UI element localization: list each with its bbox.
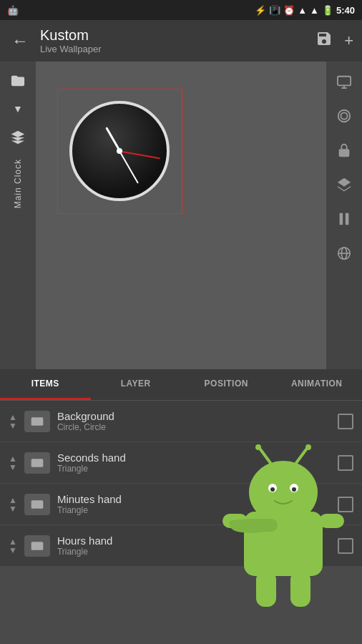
list-item[interactable]: ▲ ▼ Hours hand Triangle [0,525,362,567]
reorder-control[interactable]: ▲ ▼ [9,537,17,555]
list-item[interactable]: ▲ ▼ Seconds hand Triangle [0,442,362,484]
app-title-group: Kustom Live Wallpaper [40,27,307,54]
arrow-up-icon[interactable]: ▲ [9,454,17,463]
second-hand [119,150,160,159]
arrow-up-icon[interactable]: ▲ [9,496,17,504]
arrow-down-icon[interactable]: ▼ [9,546,17,555]
tab-animation[interactable]: ANIMATION [272,369,363,400]
svg-rect-14 [31,500,44,509]
chevron-down-icon[interactable]: ▼ [4,96,32,122]
layers-right-icon[interactable] [330,170,358,199]
arrow-down-icon[interactable]: ▼ [9,463,17,472]
arrow-down-icon[interactable]: ▼ [9,421,17,430]
svg-rect-0 [338,77,351,86]
clock-widget [69,101,170,201]
tab-layer[interactable]: LAYER [91,369,182,400]
clock-center-dot [117,148,122,154]
app-subtitle: Live Wallpaper [40,44,307,54]
pause-icon[interactable] [330,205,358,233]
alarm-icon: ⏰ [283,5,295,16]
clock-face [69,101,170,201]
item-text: Minutes hand Triangle [57,493,331,515]
list-item[interactable]: ▲ ▼ Background Circle, Circle [0,401,362,442]
status-bar-left: 🤖 [7,5,19,16]
right-sidebar [326,62,362,369]
item-text: Background Circle, Circle [57,410,331,432]
app-bar: ← Kustom Live Wallpaper + [0,20,362,62]
svg-rect-8 [346,213,349,225]
left-sidebar: ▼ Main Clock [0,62,36,369]
lock-icon[interactable] [330,136,358,165]
monitor-icon[interactable] [330,67,358,96]
bluetooth-icon: ⚡ [255,5,266,16]
android-icon: 🤖 [7,5,19,16]
battery-icon: 🔋 [322,5,333,16]
item-sub: Triangle [57,464,331,474]
item-name: Seconds hand [57,452,331,464]
item-name: Hours hand [57,535,331,547]
item-checkbox[interactable] [338,497,353,512]
svg-rect-7 [340,213,343,225]
minute-hand [119,151,139,184]
arrow-down-icon[interactable]: ▼ [9,504,17,513]
list-item[interactable]: ▲ ▼ Minutes hand Triangle [0,484,362,525]
app-title: Kustom [40,27,307,44]
reorder-control[interactable]: ▲ ▼ [9,496,17,513]
item-text: Seconds hand Triangle [57,452,331,474]
folder-icon[interactable] [4,67,32,93]
item-checkbox[interactable] [338,538,353,554]
svg-point-3 [338,110,351,122]
app-bar-actions: + [315,30,353,52]
crop-icon[interactable] [330,102,358,130]
wifi-icon: ▲ [298,5,307,16]
item-checkbox[interactable] [338,455,353,471]
sidebar-label: Main Clock [13,159,23,208]
arrow-up-icon[interactable]: ▲ [9,413,17,421]
svg-rect-15 [31,542,44,550]
status-time: 5:40 [336,5,355,16]
status-bar: 🤖 ⚡ 📳 ⏰ ▲ ▲ 🔋 5:40 [0,0,362,20]
item-checkbox[interactable] [338,414,353,429]
save-button[interactable] [315,30,333,52]
svg-rect-12 [31,417,44,426]
svg-marker-6 [338,178,351,187]
item-sub: Triangle [57,547,331,557]
add-button[interactable]: + [344,31,353,50]
item-name: Minutes hand [57,493,331,505]
svg-rect-13 [31,459,44,467]
item-icon [24,494,50,515]
item-sub: Circle, Circle [57,422,331,432]
item-icon [24,411,50,432]
canvas-area[interactable] [36,62,326,369]
items-list: ▲ ▼ Background Circle, Circle ▲ ▼ [0,401,362,567]
tab-items[interactable]: ITEMS [0,369,91,400]
signal-icon: ▲ [310,5,319,16]
svg-rect-5 [339,149,350,157]
item-icon [24,535,50,557]
svg-rect-30 [290,571,310,607]
svg-point-4 [341,112,347,119]
items-area: ▲ ▼ Background Circle, Circle ▲ ▼ [0,401,362,644]
item-sub: Triangle [57,505,331,515]
svg-rect-29 [256,571,276,607]
layers-icon[interactable] [4,125,32,150]
vibrate-icon: 📳 [269,5,280,16]
item-text: Hours hand Triangle [57,535,331,557]
reorder-control[interactable]: ▲ ▼ [9,454,17,472]
globe-lock-icon[interactable] [330,239,358,268]
tabs: ITEMS LAYER POSITION ANIMATION [0,369,362,401]
item-icon [24,452,50,474]
main-content: ▼ Main Clock [0,62,362,369]
reorder-control[interactable]: ▲ ▼ [9,413,17,430]
item-name: Background [57,410,331,422]
arrow-up-icon[interactable]: ▲ [9,537,17,546]
tab-position[interactable]: POSITION [181,369,272,400]
back-button[interactable]: ← [9,31,31,51]
status-bar-right: ⚡ 📳 ⏰ ▲ ▲ 🔋 5:40 [255,5,355,16]
